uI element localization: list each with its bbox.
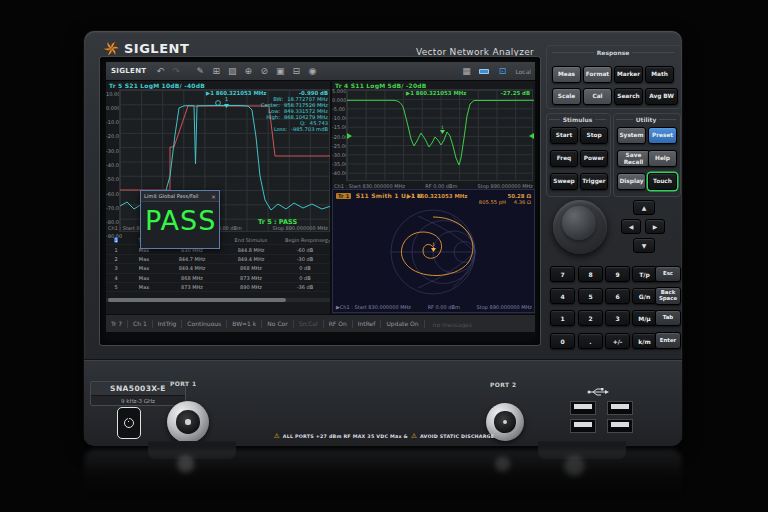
- key-5[interactable]: 5: [578, 288, 603, 304]
- key-2[interactable]: 2: [578, 310, 603, 326]
- esc-key[interactable]: Esc: [655, 266, 681, 282]
- usb-icon: [587, 387, 609, 397]
- status-source-cal: SrcCal: [294, 320, 324, 328]
- math-button[interactable]: Math: [645, 66, 674, 83]
- key-giga-nano[interactable]: G/n: [632, 288, 657, 304]
- status-rf-output[interactable]: RF On: [324, 320, 353, 328]
- search-button[interactable]: Search: [614, 88, 643, 105]
- tr1-smith-panel[interactable]: Tr 1 S11 Smith 1 U/ 1 U ▶1 860.321053 MH…: [332, 189, 535, 313]
- power-button[interactable]: [117, 407, 141, 439]
- format-button[interactable]: Format: [583, 66, 612, 83]
- tr5-stop: Stop 890.000000 MHz: [273, 225, 328, 231]
- tab-key[interactable]: Tab: [655, 310, 681, 326]
- power-button[interactable]: Power: [580, 150, 608, 167]
- status-update[interactable]: Update On: [381, 320, 424, 328]
- port2-label: PORT 2: [490, 381, 517, 388]
- table-row[interactable]: 4Max868 MHz873 MHz0 dB: [106, 274, 330, 283]
- tr5-header[interactable]: Tr 5 S21 LogM 10dB/ -40dB: [109, 82, 205, 89]
- arrow-up-key[interactable]: ▲: [633, 200, 655, 215]
- limit-passfail-window[interactable]: Limit Global Pass/Fail × PASS: [140, 190, 220, 249]
- warning-text-1: ALL PORTS +27 dBm RF MAX 35 VDC Max &: [283, 434, 408, 439]
- brand-logo: SIGLENT: [104, 41, 189, 56]
- camera-icon[interactable]: ◉: [304, 66, 320, 76]
- display-button[interactable]: Display: [617, 173, 646, 190]
- system-button[interactable]: System: [617, 127, 646, 144]
- help-button[interactable]: Help: [648, 150, 677, 167]
- key-plus-minus[interactable]: +/-: [605, 333, 630, 349]
- status-if-bandwidth[interactable]: BW=1 k: [227, 320, 262, 328]
- status-trigger-source[interactable]: IntTrig: [153, 320, 183, 328]
- layout-icon[interactable]: ▦: [458, 66, 474, 76]
- svg-text:1: 1: [441, 125, 444, 130]
- avg-bw-button[interactable]: Avg BW: [645, 88, 678, 105]
- key-8[interactable]: 8: [578, 266, 603, 282]
- start-button[interactable]: Start: [550, 127, 578, 144]
- window-title: Limit Global Pass/Fail: [144, 193, 199, 199]
- key-0[interactable]: 0: [550, 333, 575, 349]
- tr1-badge: Tr 1: [336, 193, 351, 199]
- local-status[interactable]: Local: [515, 68, 531, 75]
- key-9[interactable]: 9: [605, 266, 630, 282]
- status-trace: Tr 7: [106, 320, 128, 328]
- key-6[interactable]: 6: [605, 288, 630, 304]
- marker-button[interactable]: Marker: [614, 66, 643, 83]
- usb-port: [607, 401, 633, 415]
- meas-button[interactable]: Meas: [552, 66, 581, 83]
- freq-button[interactable]: Freq: [550, 150, 578, 167]
- toolbar-brand: SIGLENT: [111, 67, 146, 75]
- rotary-knob[interactable]: [553, 200, 607, 254]
- key-4[interactable]: 4: [550, 288, 575, 304]
- stimulus-group-label: Stimulus: [549, 116, 606, 123]
- redo-icon[interactable]: ↷: [168, 66, 184, 76]
- trigger-button[interactable]: Trigger: [580, 173, 608, 190]
- usb-port: [570, 401, 596, 415]
- backspace-key[interactable]: Back Space: [655, 287, 681, 305]
- tr4-trace: 1: [347, 90, 534, 182]
- sweep-button[interactable]: Sweep: [550, 173, 578, 190]
- row-number-header[interactable]: 1: [114, 237, 117, 243]
- key-decimal[interactable]: .: [578, 333, 603, 349]
- key-3[interactable]: 3: [605, 310, 630, 326]
- status-correction: No Cor: [262, 320, 293, 328]
- warning-triangle-icon: ⚠: [274, 432, 280, 440]
- col-header-end-stimulus: End Stimulus: [222, 237, 280, 243]
- status-sweep-mode[interactable]: Continuous: [182, 320, 227, 328]
- table-scrollbar-thumb[interactable]: [108, 298, 286, 302]
- table-row[interactable]: 5Max873 MHz890 MHz-36 dB: [106, 283, 330, 292]
- key-mega-micro[interactable]: M/μ: [632, 310, 657, 326]
- delete-icon[interactable]: ⊘: [256, 66, 272, 76]
- print-icon[interactable]: ⊟: [288, 66, 304, 76]
- tr4-header[interactable]: Tr 4 S11 LogM 5dB/ -20dB: [335, 82, 427, 89]
- key-kilo-milli[interactable]: k/m: [632, 333, 657, 349]
- image-icon[interactable]: ▨: [224, 66, 240, 76]
- key-tera-pico[interactable]: T/p: [632, 266, 657, 282]
- smith-chart: 1: [333, 204, 534, 304]
- status-message: no messages: [425, 321, 480, 328]
- warning-strip: ⚠ ALL PORTS +27 dBm RF MAX 35 VDC Max & …: [234, 432, 534, 440]
- close-icon[interactable]: ×: [211, 193, 216, 200]
- knob-dome: [562, 206, 596, 240]
- arrow-down-key[interactable]: ▼: [633, 238, 655, 253]
- stop-button[interactable]: Stop: [580, 127, 608, 144]
- table-row[interactable]: 2Max844.7 MHz849.4 MHz-30 dB: [106, 255, 330, 264]
- preset-button[interactable]: Preset: [648, 127, 677, 144]
- undo-icon[interactable]: ↶: [152, 66, 168, 76]
- table-row[interactable]: 3Max849.4 MHz868 MHz0 dB: [106, 264, 330, 273]
- tr4-marker-freq: ▶1 860.321053 MHz: [406, 90, 466, 96]
- arrow-right-key[interactable]: ▶: [645, 219, 665, 234]
- arrow-left-key[interactable]: ◀: [621, 219, 641, 234]
- annotate-icon[interactable]: ✎: [192, 66, 208, 76]
- key-7[interactable]: 7: [550, 266, 575, 282]
- enter-key[interactable]: Enter: [655, 332, 681, 349]
- cal-button[interactable]: Cal: [583, 88, 612, 105]
- save-recall-button[interactable]: Save Recall: [617, 150, 650, 167]
- pass-result: PASS: [141, 202, 219, 240]
- scale-button[interactable]: Scale: [552, 88, 581, 105]
- window-titlebar[interactable]: Limit Global Pass/Fail ×: [141, 191, 219, 202]
- touch-button[interactable]: Touch: [648, 173, 677, 190]
- key-1[interactable]: 1: [550, 310, 575, 326]
- touch-cursor-icon[interactable]: ⊕: [240, 66, 256, 76]
- save-icon[interactable]: ▣: [272, 66, 288, 76]
- utility-group-label: Utility: [616, 116, 676, 123]
- add-window-icon[interactable]: ⊞: [208, 66, 224, 76]
